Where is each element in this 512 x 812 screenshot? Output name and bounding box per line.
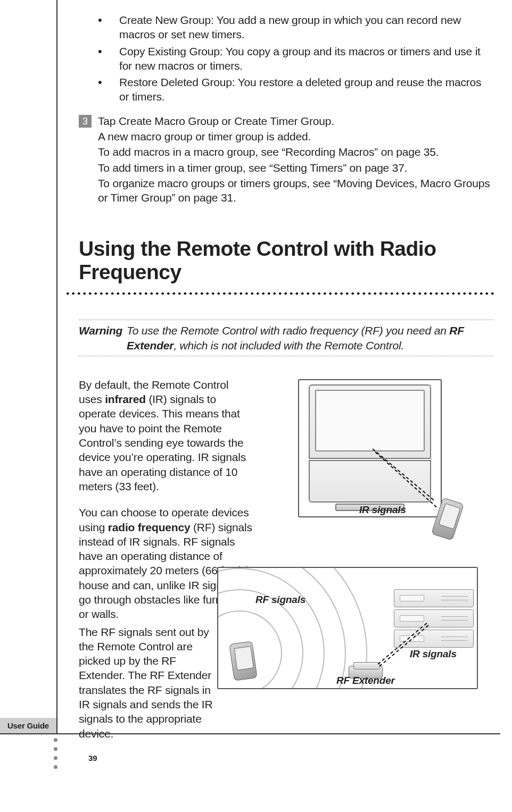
dot-icon — [54, 765, 57, 769]
step-title: Tap Create Macro Group or Create Timer G… — [98, 114, 494, 128]
dot-icon — [54, 747, 57, 751]
step-line: To add macros in a macro group, see “Rec… — [98, 145, 494, 159]
list-item: Restore Deleted Group: You restore a del… — [98, 75, 494, 104]
step-line: A new macro group or timer group is adde… — [98, 129, 494, 144]
dot-icon — [54, 756, 57, 760]
vertical-rule — [56, 0, 57, 734]
av-unit-icon — [394, 630, 474, 648]
list-item: Create New Group: You add a new group in… — [98, 13, 494, 42]
warning-text: To use the Remote Control with radio fre… — [127, 323, 494, 353]
warning-text-part: , which is not included with the Remote … — [174, 339, 404, 351]
figure-frame — [217, 567, 478, 689]
step-line: To organize macro groups or timers group… — [98, 176, 494, 205]
figure-label-ir-signals: IR signals — [359, 504, 406, 517]
list-item: Copy Existing Group: You copy a group an… — [98, 44, 494, 73]
text-bold: infrared — [105, 393, 146, 405]
bullet-list: Create New Group: You add a new group in… — [98, 13, 494, 104]
av-unit-icon — [394, 609, 474, 627]
horizontal-rule — [0, 733, 500, 734]
figure-label-rf-signals: RF signals — [255, 593, 305, 607]
figure-ir: IR signals — [266, 375, 482, 545]
step-line: To add timers in a timer group, see “Set… — [98, 161, 494, 175]
text-bold: radio frequency — [108, 521, 191, 533]
figure-label-rf-extender: RF Extender — [336, 674, 395, 688]
paragraph: The RF signals sent out by the Remote Co… — [79, 625, 217, 741]
step-3: 3 Tap Create Macro Group or Create Timer… — [79, 114, 494, 205]
av-unit-icon — [394, 589, 474, 607]
tv-base-icon — [309, 460, 431, 503]
user-guide-tab: User Guide — [0, 718, 56, 734]
warning-text-part: To use the Remote Control with radio fre… — [127, 324, 449, 337]
section-heading: Using the Remote Control with Radio Freq… — [79, 237, 494, 285]
step-number: 3 — [79, 115, 92, 128]
figure-rf: RF signals IR signals RF Extender — [213, 563, 484, 701]
warning-box: Warning To use the Remote Control with r… — [79, 320, 494, 356]
dot-icon — [54, 738, 57, 742]
dotted-rule — [65, 291, 496, 296]
tv-screen-icon — [315, 390, 425, 451]
paragraph: By default, the Remote Control uses infr… — [79, 378, 254, 493]
page-number: 39 — [88, 753, 97, 764]
text: (IR) signals to operate devices. This me… — [79, 393, 246, 492]
footer-dots — [54, 738, 57, 774]
figure-label-ir-signals: IR signals — [410, 648, 457, 661]
warning-label: Warning — [79, 323, 127, 353]
